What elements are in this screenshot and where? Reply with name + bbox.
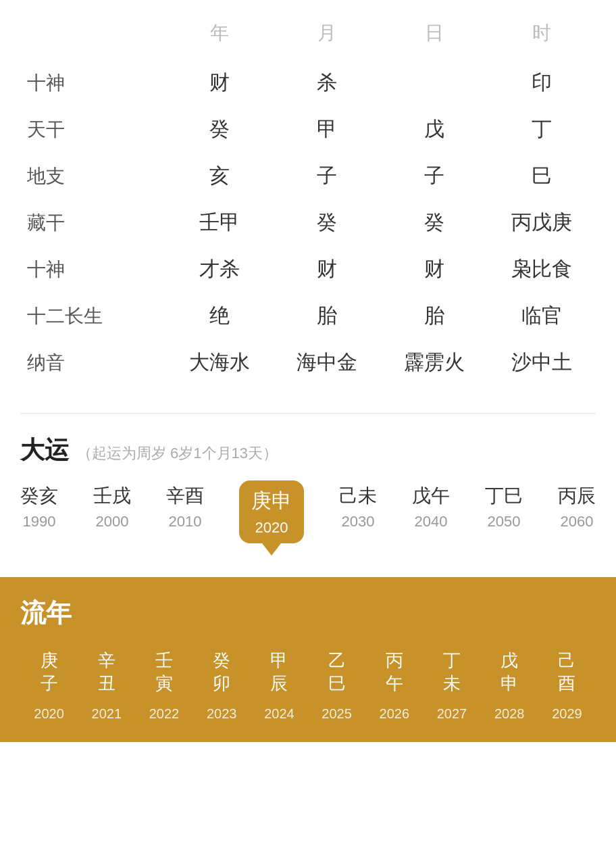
liuyun-bottom-3: 卯	[213, 672, 230, 695]
bazi-cell-4-year: 才杀	[166, 246, 274, 293]
bazi-cell-5-month: 胎	[274, 293, 381, 339]
liuyun-year-2: 2022	[135, 706, 192, 722]
dayun-item-4[interactable]: 己未2030	[339, 483, 377, 530]
bazi-cell-1-hour: 丁	[488, 106, 596, 153]
bazi-row-1: 天干癸甲戊丁	[20, 106, 596, 153]
main-container: 年 月 日 时 十神财杀印天干癸甲戊丁地支亥子子巳藏干壬甲癸癸丙戊庚十神才杀财财…	[0, 0, 616, 742]
dayun-year-0: 1990	[23, 513, 56, 530]
liuyun-top-7: 丁	[443, 649, 461, 672]
bazi-row-2: 地支亥子子巳	[20, 153, 596, 199]
liuyun-top-4: 甲	[270, 649, 288, 672]
bazi-cell-1-year: 癸	[166, 106, 274, 153]
liuyun-item-7: 丁未	[423, 649, 480, 695]
dayun-gz-4: 己未	[339, 483, 377, 509]
bazi-cell-4-day: 财	[381, 246, 488, 293]
col-empty	[20, 14, 166, 59]
row-label-6: 纳音	[20, 339, 166, 386]
bazi-cell-0-year: 财	[166, 59, 274, 106]
dayun-year-2: 2010	[169, 513, 202, 530]
dayun-year-5: 2040	[415, 513, 448, 530]
dayun-item-0[interactable]: 癸亥1990	[20, 483, 58, 530]
liuyun-year-7: 2027	[423, 706, 480, 722]
bazi-cell-4-month: 财	[274, 246, 381, 293]
liuyun-item-4: 甲辰	[251, 649, 308, 695]
liuyun-top-0: 庚	[41, 649, 58, 672]
dayun-item-7[interactable]: 丙辰2060	[558, 483, 596, 530]
dayun-item-1[interactable]: 壬戌2000	[93, 483, 131, 530]
bazi-cell-3-year: 壬甲	[166, 199, 274, 246]
bazi-cell-0-day	[381, 59, 488, 106]
dayun-gz-0: 癸亥	[20, 483, 58, 509]
liuyun-bottom-1: 丑	[98, 672, 116, 695]
bazi-cell-6-year: 大海水	[166, 339, 274, 386]
bazi-cell-3-day: 癸	[381, 199, 488, 246]
dayun-grid: 癸亥1990壬戌2000辛酉2010庚申2020己未2030戊午2040丁巳20…	[20, 483, 596, 543]
liuyun-top-8: 戊	[500, 649, 518, 672]
dayun-item-2[interactable]: 辛酉2010	[166, 483, 204, 530]
liuyun-bottom-5: 巳	[328, 672, 346, 695]
liuyun-top-2: 壬	[155, 649, 173, 672]
dayun-year-1: 2000	[96, 513, 129, 530]
row-label-3: 藏干	[20, 199, 166, 246]
liuyun-bottom-2: 寅	[155, 672, 173, 695]
bazi-table: 年 月 日 时 十神财杀印天干癸甲戊丁地支亥子子巳藏干壬甲癸癸丙戊庚十神才杀财财…	[20, 14, 596, 386]
col-year-header: 年	[166, 14, 274, 59]
liuyun-top-5: 乙	[328, 649, 346, 672]
dayun-section: 大运 （起运为周岁 6岁1个月13天） 癸亥1990壬戌2000辛酉2010庚申…	[0, 420, 616, 557]
liuyun-title: 流年	[20, 596, 596, 631]
dayun-title: 大运	[20, 434, 69, 467]
liuyun-item-6: 丙午	[365, 649, 423, 695]
row-label-5: 十二长生	[20, 293, 166, 339]
liuyun-bottom-4: 辰	[270, 672, 288, 695]
bazi-row-5: 十二长生绝胎胎临官	[20, 293, 596, 339]
liuyun-item-8: 戊申	[481, 649, 538, 695]
dayun-gz-7: 丙辰	[558, 483, 596, 509]
col-day-header: 日	[381, 14, 488, 59]
liuyun-item-9: 己酉	[538, 649, 596, 695]
liuyun-bottom-7: 未	[443, 672, 461, 695]
liuyun-grid: 庚子辛丑壬寅癸卯甲辰乙巳丙午丁未戊申己酉	[20, 649, 596, 695]
row-label-4: 十神	[20, 246, 166, 293]
dayun-year-4: 2030	[342, 513, 375, 530]
row-label-1: 天干	[20, 106, 166, 153]
bazi-section: 年 月 日 时 十神财杀印天干癸甲戊丁地支亥子子巳藏干壬甲癸癸丙戊庚十神才杀财财…	[0, 0, 616, 406]
row-label-2: 地支	[20, 153, 166, 199]
dayun-item-3[interactable]: 庚申2020	[239, 480, 304, 543]
liuyun-year-0: 2020	[20, 706, 78, 722]
bazi-cell-6-hour: 沙中土	[488, 339, 596, 386]
liuyun-bottom-8: 申	[500, 672, 518, 695]
bazi-cell-6-day: 霹雳火	[381, 339, 488, 386]
liuyun-top-9: 己	[558, 649, 575, 672]
liuyun-year-8: 2028	[481, 706, 538, 722]
liuyun-item-0: 庚子	[20, 649, 78, 695]
liuyun-item-1: 辛丑	[78, 649, 135, 695]
bazi-cell-2-month: 子	[274, 153, 381, 199]
col-hour-header: 时	[488, 14, 596, 59]
liuyun-top-6: 丙	[386, 649, 403, 672]
dayun-gz-2: 辛酉	[166, 483, 204, 509]
dayun-gz-3: 庚申	[251, 487, 292, 515]
bazi-row-6: 纳音大海水海中金霹雳火沙中土	[20, 339, 596, 386]
bazi-cell-0-hour: 印	[488, 59, 596, 106]
bazi-cell-2-day: 子	[381, 153, 488, 199]
bazi-row-3: 藏干壬甲癸癸丙戊庚	[20, 199, 596, 246]
liuyun-year-1: 2021	[78, 706, 135, 722]
liuyun-year-6: 2026	[365, 706, 423, 722]
bazi-cell-2-year: 亥	[166, 153, 274, 199]
bazi-cell-2-hour: 巳	[488, 153, 596, 199]
liuyun-year-9: 2029	[538, 706, 596, 722]
liuyun-item-2: 壬寅	[135, 649, 192, 695]
bazi-cell-3-month: 癸	[274, 199, 381, 246]
dayun-item-6[interactable]: 丁巳2050	[485, 483, 523, 530]
dayun-item-5[interactable]: 戊午2040	[412, 483, 450, 530]
liuyun-section: 流年 庚子辛丑壬寅癸卯甲辰乙巳丙午丁未戊申己酉 2020202120222023…	[0, 577, 616, 742]
bazi-cell-1-month: 甲	[274, 106, 381, 153]
liuyun-top-1: 辛	[98, 649, 116, 672]
liuyun-bottom-0: 子	[41, 672, 58, 695]
col-month-header: 月	[274, 14, 381, 59]
liuyun-year-3: 2023	[193, 706, 251, 722]
dayun-gz-1: 壬戌	[93, 483, 131, 509]
liuyun-year-4: 2024	[251, 706, 308, 722]
bazi-cell-5-hour: 临官	[488, 293, 596, 339]
bazi-row-0: 十神财杀印	[20, 59, 596, 106]
